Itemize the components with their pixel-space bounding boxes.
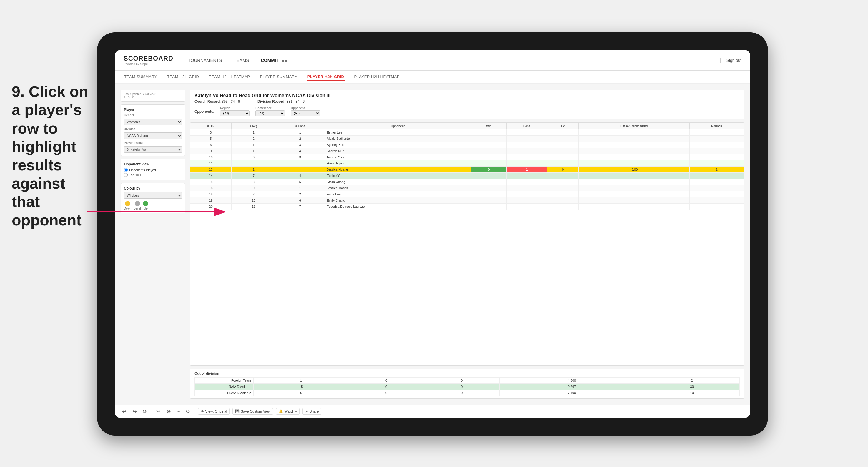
radio1-label: Opponents Played [129,168,156,172]
table-row[interactable]: 1063Andrea York [190,154,744,160]
table-cell [689,204,744,210]
h2h-table: # Div # Reg # Conf Opponent Win Loss Tie… [190,123,744,210]
table-cell [689,142,744,148]
table-cell: 1 [231,148,276,154]
table-cell [471,204,507,210]
out-of-division-row[interactable]: Foreign Team1004.5002 [195,378,740,384]
table-row[interactable]: 613Sydney Kuo [190,142,744,148]
out-table-cell: 4.500 [499,378,644,384]
table-row[interactable]: 131Jessica Huang010-3.002 [190,166,744,173]
region-select[interactable]: (All) [220,111,249,116]
table-cell [547,148,579,154]
table-row[interactable]: 11Haejo Hyun [190,160,744,166]
tab-team-h2h-heatmap[interactable]: TEAM H2H HEATMAP [208,73,250,81]
table-cell [547,154,579,160]
table-cell [547,142,579,148]
add-button[interactable]: ⊕ [165,408,173,415]
last-updated: Last Updated: 27/03/2024 16:55:28 [121,90,185,101]
colour-by-select[interactable]: Win/loss [124,192,182,199]
table-cell [579,173,689,179]
grid-title: Katelyn Vo Head-to-Head Grid for Women's… [194,93,740,98]
table-cell [579,179,689,185]
division-record: Division Record: 331 - 34 - 6 [257,99,305,103]
table-cell [689,129,744,136]
table-cell: 4 [276,173,324,179]
cut-button[interactable]: ✂ [155,408,162,415]
sign-out-button[interactable]: Sign out [720,58,742,63]
refresh-button[interactable]: ⟳ [141,408,149,415]
view-original-button[interactable]: 👁 View: Original [198,408,230,415]
table-cell: Sharon Mun [324,148,471,154]
out-table-cell: 7.400 [499,390,644,396]
col-rounds: Rounds [689,123,744,129]
save-custom-view-button[interactable]: 💾 Save Custom View [232,408,273,415]
tab-player-summary[interactable]: PLAYER SUMMARY [259,73,298,81]
col-opponent: Opponent [324,123,471,129]
table-cell: 10 [231,197,276,204]
annotation-step: 9. [12,83,24,100]
player-rank-select[interactable]: 8. Katelyn Vo [124,146,182,153]
save-icon: 💾 [235,409,240,413]
table-cell: 2 [689,166,744,173]
toolbar-divider-2 [195,408,195,414]
table-row[interactable]: 1822Euna Lee [190,191,744,197]
conference-select[interactable]: (All) [255,111,285,116]
table-cell [231,160,276,166]
save-custom-label: Save Custom View [241,409,270,413]
dot-down-wrapper: Down [124,201,131,210]
radio-opponents-played[interactable]: Opponents Played [124,168,182,172]
tablet-frame: SCOREBOARD Powered by clippd TOURNAMENTS… [97,32,768,436]
table-cell: Euna Lee [324,191,471,197]
view-original-label: View: Original [206,409,227,413]
tilde-button[interactable]: ~ [175,408,182,415]
table-row[interactable]: 522Alexis Sudjianto [190,136,744,142]
table-cell [471,129,507,136]
out-of-division-row[interactable]: NAIA Division 115009.26730 [195,384,740,390]
table-cell [507,142,547,148]
radio-top100[interactable]: Top 100 [124,173,182,177]
watch-button[interactable]: 🔔 Watch ▾ [276,408,300,415]
table-row[interactable]: 1691Jessica Mason [190,185,744,191]
undo-button[interactable]: ↩ [121,408,128,415]
table-row[interactable]: 1474Eunice Yi [190,173,744,179]
tab-team-h2h-grid[interactable]: TEAM H2H GRID [166,73,199,81]
tab-team-summary[interactable]: TEAM SUMMARY [124,73,158,81]
nav-committee[interactable]: COMMITTEE [261,56,287,64]
table-cell: 10 [190,154,231,160]
table-cell [547,191,579,197]
out-of-division-row[interactable]: NCAA Division 25007.40010 [195,390,740,396]
out-table-cell: 0 [424,378,499,384]
share-label: Share [309,409,319,413]
player-rank-label: Player (Rank) [124,141,182,145]
table-row[interactable]: 19106Emily Chang [190,197,744,204]
table-cell: 6 [276,197,324,204]
table-cell [689,197,744,204]
last-updated-label: Last Updated: 27/03/2024 [124,92,182,96]
opponent-view-label: Opponent view [124,162,182,166]
table-row[interactable]: 1585Stella Chang [190,179,744,185]
table-cell: 2 [276,136,324,142]
redo-button[interactable]: ↪ [131,408,138,415]
table-cell: 0 [471,166,507,173]
gender-select[interactable]: Women's [124,119,182,125]
refresh2-button[interactable]: ⟳ [185,408,192,415]
table-cell: 3 [276,154,324,160]
table-cell: 5 [190,136,231,142]
table-cell [471,185,507,191]
nav-teams[interactable]: TEAMS [234,56,249,64]
table-row[interactable]: 311Esther Lee [190,129,744,136]
tab-player-h2h-heatmap[interactable]: PLAYER H2H HEATMAP [353,73,400,81]
opponent-select[interactable]: (All) [291,111,320,116]
tab-player-h2h-grid[interactable]: PLAYER H2H GRID [307,73,345,81]
table-cell [547,160,579,166]
table-cell [547,136,579,142]
table-cell: 14 [190,173,231,179]
table-row[interactable]: 20117Federica Domecq Lacroze [190,204,744,210]
nav-tournaments[interactable]: TOURNAMENTS [188,56,222,64]
division-select[interactable]: NCAA Division III [124,132,182,139]
out-of-division: Out of division Foreign Team1004.5002NAI… [190,369,744,399]
dot-up-label: Up [144,207,148,210]
share-button[interactable]: ↗ Share [303,408,321,415]
table-cell: 9 [190,148,231,154]
table-row[interactable]: 914Sharon Mun [190,148,744,154]
